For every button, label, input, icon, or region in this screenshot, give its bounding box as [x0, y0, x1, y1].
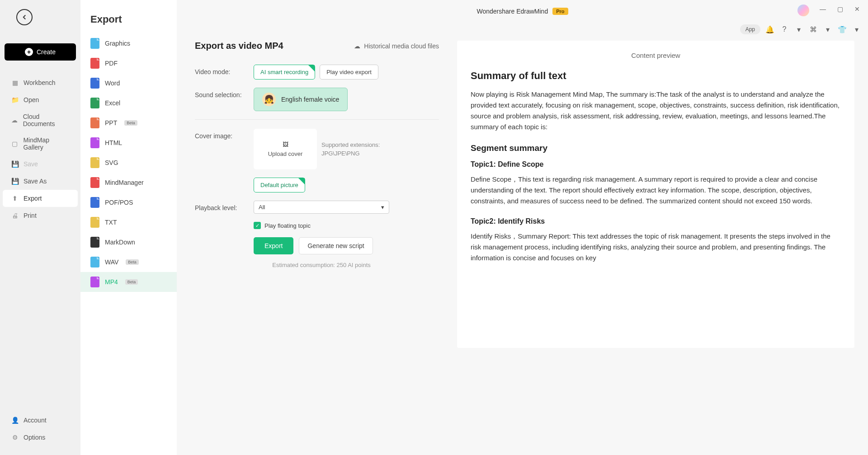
cloud-icon: ☁: [354, 42, 360, 50]
file-icon: [90, 257, 99, 267]
main-area: Wondershare EdrawMind Pro — ▢ ✕ App 🔔 ? …: [177, 0, 868, 455]
export-button[interactable]: Export: [254, 237, 293, 254]
nav-cloud-documents[interactable]: ☁Cloud Documents: [3, 108, 78, 132]
checkbox-checked-icon: ✓: [254, 222, 261, 229]
preview-heading-summary: Summary of full text: [471, 70, 841, 82]
preview-topic2-heading: Topic2: Identify Risks: [471, 217, 841, 225]
export-item-mp4[interactable]: MP4Beta: [80, 272, 177, 292]
export-item-word[interactable]: Word: [80, 73, 177, 93]
upload-cover-button[interactable]: 🖼 Upload cover: [254, 129, 317, 169]
export-item-label: WAV: [105, 258, 118, 266]
export-icon: ⬆: [11, 194, 19, 202]
export-item-label: TXT: [105, 219, 117, 226]
file-icon: [90, 277, 99, 287]
save-icon: 💾: [11, 160, 19, 168]
export-item-svg[interactable]: SVG: [80, 153, 177, 173]
export-item-pofpos[interactable]: POF/POS: [80, 192, 177, 212]
pro-badge: Pro: [552, 8, 568, 15]
export-item-pdf[interactable]: PDF: [80, 53, 177, 73]
file-icon: [90, 78, 99, 89]
grid-icon[interactable]: ⌘: [808, 24, 818, 34]
export-item-label: MindManager: [105, 179, 144, 186]
nav-account[interactable]: 👤Account: [3, 412, 78, 429]
export-form: Export as video MP4 ☁ Historical media c…: [195, 41, 439, 441]
play-floating-checkbox[interactable]: ✓ Play floating topic: [254, 222, 311, 229]
plus-icon: +: [25, 48, 33, 56]
chevron-down-icon[interactable]: ▾: [852, 24, 862, 34]
export-item-label: MP4: [105, 278, 118, 286]
history-link[interactable]: ☁ Historical media cloud files: [354, 42, 439, 50]
user-avatar[interactable]: [797, 5, 809, 16]
cloud-icon: ☁: [11, 116, 19, 124]
beta-badge: Beta: [125, 279, 138, 285]
app-chip[interactable]: App: [740, 24, 760, 34]
video-mode-ai-smart[interactable]: AI smart recording: [254, 65, 315, 80]
cover-image-label: Cover image:: [195, 129, 245, 140]
file-icon: [90, 98, 99, 108]
minimize-button[interactable]: —: [817, 4, 828, 14]
voice-avatar-icon: 👧: [262, 93, 276, 106]
nav-options[interactable]: ⚙Options: [3, 429, 78, 446]
nav-workbench[interactable]: ▦Workbench: [3, 74, 78, 91]
export-item-html[interactable]: HTML: [80, 133, 177, 153]
file-icon: [90, 38, 99, 49]
nav-print[interactable]: 🖨Print: [3, 207, 78, 224]
preview-title: Content preview: [471, 52, 841, 59]
export-item-wav[interactable]: WAVBeta: [80, 252, 177, 272]
chevron-down-icon[interactable]: ▾: [794, 24, 804, 34]
export-item-label: POF/POS: [105, 199, 133, 206]
export-item-excel[interactable]: Excel: [80, 93, 177, 113]
preview-heading-segment: Segment summary: [471, 143, 841, 153]
playback-level-select[interactable]: All ▾: [254, 201, 389, 214]
shirt-icon[interactable]: 👕: [837, 24, 847, 34]
gear-icon: ⚙: [11, 433, 19, 441]
create-label: Create: [37, 48, 56, 56]
export-item-label: Excel: [105, 99, 120, 107]
preview-topic2-text: Identify Risks，Summary Report: This text…: [471, 231, 841, 263]
export-item-label: Word: [105, 80, 120, 87]
export-title: Export: [80, 14, 177, 33]
voice-selector[interactable]: 👧 English female voice: [254, 88, 348, 111]
nav-export[interactable]: ⬆Export: [3, 190, 78, 207]
maximize-button[interactable]: ▢: [835, 4, 845, 14]
file-icon: [90, 197, 99, 208]
estimate-text: Estimated consumption: 250 AI points: [254, 262, 389, 268]
form-title: Export as video MP4: [195, 41, 283, 51]
account-icon: 👤: [11, 416, 19, 424]
export-item-markdown[interactable]: MarkDown: [80, 232, 177, 252]
file-icon: [90, 117, 99, 128]
export-item-label: SVG: [105, 159, 118, 166]
save-as-icon: 💾: [11, 177, 19, 185]
default-picture-option[interactable]: Default picture: [254, 178, 305, 192]
nav-mindmap-gallery[interactable]: ▢MindMap Gallery: [3, 132, 78, 155]
workbench-icon: ▦: [11, 79, 19, 87]
primary-sidebar: + Create ▦Workbench 📁Open ☁Cloud Documen…: [0, 0, 80, 455]
chevron-down-icon[interactable]: ▾: [823, 24, 833, 34]
export-item-label: MarkDown: [105, 239, 135, 246]
generate-script-button[interactable]: Generate new script: [299, 237, 373, 254]
file-icon: [90, 237, 99, 248]
export-item-label: Graphics: [105, 40, 130, 47]
close-button[interactable]: ✕: [852, 4, 863, 14]
export-item-txt[interactable]: TXT: [80, 212, 177, 232]
back-button[interactable]: [16, 9, 33, 25]
export-item-ppt[interactable]: PPTBeta: [80, 113, 177, 133]
export-item-mindmanager[interactable]: MindManager: [80, 173, 177, 192]
folder-icon: 📁: [11, 96, 19, 104]
beta-badge: Beta: [126, 259, 139, 265]
export-item-graphics[interactable]: Graphics: [80, 33, 177, 53]
preview-paragraph: Now playing is Risk Management Mind Map,…: [471, 89, 841, 132]
export-format-list: Export GraphicsPDFWordExcelPPTBetaHTMLSV…: [80, 0, 177, 455]
video-mode-play-export[interactable]: Play video export: [320, 65, 378, 80]
nav-save-as[interactable]: 💾Save As: [3, 173, 78, 190]
bell-icon[interactable]: 🔔: [765, 24, 775, 34]
file-icon: [90, 157, 99, 168]
export-item-label: PDF: [105, 60, 118, 67]
content-preview-panel[interactable]: Content preview Summary of full text Now…: [457, 41, 854, 348]
nav-open[interactable]: 📁Open: [3, 91, 78, 108]
video-mode-label: Video mode:: [195, 65, 245, 75]
titlebar: Wondershare EdrawMind Pro — ▢ ✕: [177, 0, 868, 23]
file-icon: [90, 177, 99, 188]
help-icon[interactable]: ?: [779, 24, 789, 34]
create-button[interactable]: + Create: [5, 43, 76, 61]
